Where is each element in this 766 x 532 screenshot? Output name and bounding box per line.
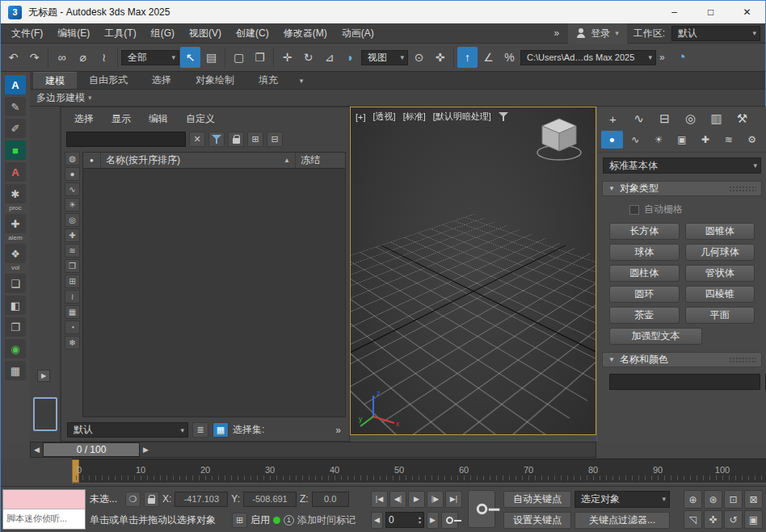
select-and-link-icon[interactable]: ∞ bbox=[52, 47, 72, 68]
select-and-manipulate-icon[interactable]: ✜ bbox=[430, 47, 450, 68]
shapes-category-icon[interactable]: ∿ bbox=[625, 131, 646, 149]
menu-tools[interactable]: 工具(T) bbox=[97, 23, 143, 43]
display-lights-icon[interactable]: ☀ bbox=[65, 198, 80, 212]
cameras-category-icon[interactable]: ▣ bbox=[671, 131, 693, 149]
select-object-icon[interactable]: ↖ bbox=[180, 47, 200, 68]
progressive-display-icon[interactable]: ⊞ bbox=[232, 513, 247, 528]
display-all-icon[interactable]: ◍ bbox=[65, 152, 80, 165]
display-xrefs-icon[interactable]: ⊞ bbox=[65, 274, 80, 288]
alem-icon[interactable]: ✚ bbox=[5, 214, 26, 233]
display-containers-icon[interactable]: ▦ bbox=[65, 305, 80, 319]
systems-category-icon[interactable]: ⚙ bbox=[741, 131, 763, 149]
viewport-renderer-menu[interactable]: [标准] bbox=[403, 111, 426, 123]
menu-file[interactable]: 文件(F) bbox=[4, 23, 50, 43]
slider-previous-frame-icon[interactable]: ◀ bbox=[31, 442, 43, 457]
footer-overflow-chevron[interactable]: » bbox=[333, 425, 343, 436]
menu-group[interactable]: 组(G) bbox=[144, 23, 182, 43]
viewport-pov-menu[interactable]: [透视] bbox=[373, 111, 396, 123]
login-button[interactable]: 登录 ▾ bbox=[568, 23, 627, 44]
ribbon-panel-polygon-modeling[interactable]: 多边形建模 bbox=[36, 91, 85, 105]
select-and-scale-icon[interactable]: ⊿ bbox=[319, 47, 339, 68]
layer-dropdown[interactable]: 默认 bbox=[67, 422, 188, 438]
torus-button[interactable]: 圆环 bbox=[609, 286, 680, 303]
undo-icon[interactable]: ↶ bbox=[3, 47, 23, 68]
ribbon-tab-freeform[interactable]: 自由形式 bbox=[77, 72, 140, 89]
z-coord-field[interactable]: 0.0 bbox=[312, 492, 349, 507]
display-bones-icon[interactable]: ≀ bbox=[65, 290, 80, 304]
display-helpers-icon[interactable]: ✚ bbox=[65, 228, 80, 242]
menu-animation[interactable]: 动画(A) bbox=[335, 23, 381, 43]
maximize-button[interactable]: □ bbox=[692, 1, 729, 23]
select-and-place-icon[interactable]: ◗ bbox=[340, 47, 360, 68]
toolbar-overflow-chevron[interactable]: » bbox=[657, 52, 667, 63]
panels-icon[interactable]: ▦ bbox=[5, 361, 26, 380]
display-tab-icon[interactable]: ▥ bbox=[705, 109, 728, 128]
current-frame-field[interactable]: 0 ▴▾ bbox=[385, 512, 424, 528]
header-name-column[interactable]: 名称(按升序排序) ▲ bbox=[101, 153, 295, 168]
box-button[interactable]: 长方体 bbox=[609, 223, 680, 240]
menu-views[interactable]: 视图(V) bbox=[182, 23, 229, 43]
pan-view-icon[interactable]: ✜ bbox=[704, 510, 722, 529]
display-shapes-icon[interactable]: ∿ bbox=[65, 182, 80, 196]
viewport-layout-tab[interactable] bbox=[33, 397, 57, 431]
notification-count-icon[interactable]: 1 bbox=[284, 515, 294, 526]
pyramid-button[interactable]: 四棱锥 bbox=[685, 286, 755, 303]
frame-forward-icon[interactable]: ▶ bbox=[427, 512, 439, 529]
display-frozen-icon[interactable]: ❄ bbox=[65, 336, 80, 350]
frame-back-icon[interactable]: ◀ bbox=[371, 512, 383, 529]
edit-pencil-icon[interactable]: ✎ bbox=[5, 97, 26, 116]
set-keys-big-button[interactable] bbox=[468, 490, 495, 528]
object-name-field[interactable] bbox=[609, 374, 760, 390]
sort-by-layer-icon[interactable]: ▦ bbox=[213, 422, 229, 438]
viewport-shading-menu[interactable]: [默认明暗处理] bbox=[433, 111, 491, 123]
bind-to-space-warp-icon[interactable]: ≀ bbox=[94, 47, 114, 68]
use-pivot-center-icon[interactable]: ⊙ bbox=[409, 47, 429, 68]
draw-pen-icon[interactable]: ✐ bbox=[5, 119, 26, 138]
next-frame-icon[interactable]: |▶ bbox=[427, 491, 444, 508]
geosphere-button[interactable]: 几何球体 bbox=[685, 244, 755, 261]
ribbon-minimize-icon[interactable]: ▾ bbox=[290, 72, 313, 89]
proc-icon[interactable]: ✱ bbox=[5, 184, 26, 203]
orbit-icon[interactable]: ↺ bbox=[724, 510, 743, 529]
workspace-dropdown[interactable]: 默认 bbox=[671, 26, 760, 41]
add-time-tag[interactable]: 添加时间标记 bbox=[297, 513, 356, 527]
close-button[interactable]: ✕ bbox=[729, 1, 765, 23]
menu-edit[interactable]: 编辑(E) bbox=[50, 23, 97, 43]
toolbar-clock-icon[interactable]: ◔ bbox=[668, 47, 696, 68]
viewport-general-menu[interactable]: [+] bbox=[356, 112, 366, 122]
maxscript-mini-listener[interactable]: 脚本迷你侦听... bbox=[2, 489, 86, 530]
viewport-filter-icon[interactable] bbox=[499, 112, 508, 121]
assets-a-icon[interactable]: A bbox=[5, 75, 26, 94]
lock-selection-set-icon[interactable] bbox=[228, 132, 244, 147]
autogrid-checkbox[interactable] bbox=[629, 205, 639, 215]
frame-spinner[interactable]: ▴▾ bbox=[419, 515, 421, 525]
go-to-end-icon[interactable]: ▶| bbox=[445, 491, 462, 508]
se-menu-select[interactable]: 选择 bbox=[66, 111, 102, 128]
scene-object-list[interactable] bbox=[83, 169, 345, 417]
display-materials-icon[interactable]: ◔ bbox=[65, 320, 80, 334]
display-groups-icon[interactable]: ❐ bbox=[65, 259, 80, 273]
hand-icon[interactable]: ❏ bbox=[5, 274, 26, 293]
sphere-button[interactable]: 球体 bbox=[609, 244, 680, 261]
time-slider-track[interactable]: ◀ 0 / 100 ▶ bbox=[30, 442, 596, 458]
header-frozen-column[interactable]: 冻结 bbox=[295, 153, 345, 168]
key-filter-selection-dropdown[interactable]: 选定对象 bbox=[574, 491, 670, 508]
ribbon-tab-object-paint[interactable]: 对象绘制 bbox=[183, 72, 246, 89]
previous-frame-icon[interactable]: ◀| bbox=[389, 491, 406, 508]
angle-snap-icon[interactable]: ∠ bbox=[478, 47, 499, 68]
tube-button[interactable]: 管状体 bbox=[685, 265, 755, 282]
selection-set-list-icon[interactable]: ⊟ bbox=[267, 132, 283, 147]
time-slider-handle[interactable]: 0 / 100 bbox=[43, 442, 140, 457]
field-of-view-icon[interactable]: ◹ bbox=[684, 510, 702, 529]
reference-coordinate-dropdown[interactable]: 视图 bbox=[361, 50, 408, 65]
view-cube[interactable] bbox=[529, 112, 589, 165]
menu-create[interactable]: 创建(C) bbox=[229, 23, 276, 43]
snap-toggle-icon[interactable]: ↑ bbox=[457, 47, 478, 68]
slider-next-frame-icon[interactable]: ▶ bbox=[140, 442, 152, 457]
clear-search-icon[interactable]: ✕ bbox=[189, 132, 205, 147]
display-cameras-icon[interactable]: ◎ bbox=[65, 213, 80, 227]
text-a-icon[interactable]: A bbox=[5, 162, 26, 182]
auto-key-button[interactable]: 自动关键点 bbox=[503, 491, 571, 508]
space-warps-category-icon[interactable]: ≋ bbox=[718, 131, 739, 149]
unlink-selection-icon[interactable]: ⌀ bbox=[73, 47, 93, 68]
